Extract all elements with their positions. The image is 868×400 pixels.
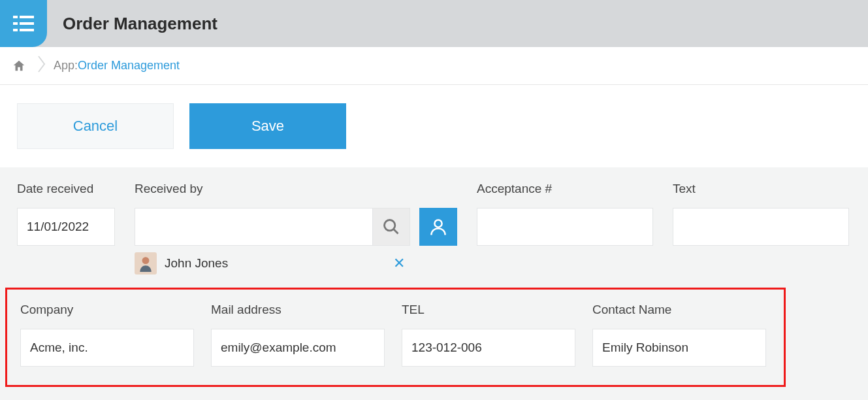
input-text[interactable] <box>673 208 849 246</box>
breadcrumb: App: Order Management <box>0 47 868 85</box>
svg-point-9 <box>142 257 150 264</box>
label-company: Company <box>20 303 194 317</box>
selected-user-chip: John Jones ✕ <box>135 252 410 275</box>
home-icon[interactable] <box>12 59 26 73</box>
search-icon <box>382 218 400 236</box>
svg-rect-5 <box>20 29 34 31</box>
field-received-by: Received by John Jones <box>135 182 457 275</box>
label-text: Text <box>673 182 849 196</box>
breadcrumb-app-label: App: <box>54 59 78 73</box>
person-icon <box>428 217 448 237</box>
page-title: Order Management <box>63 14 217 34</box>
svg-rect-1 <box>20 16 34 18</box>
label-received-by: Received by <box>135 182 457 196</box>
label-mail: Mail address <box>211 303 385 317</box>
selected-user-name: John Jones <box>165 256 228 271</box>
label-tel: TEL <box>402 303 575 317</box>
svg-rect-4 <box>13 29 18 31</box>
field-tel: TEL <box>402 303 575 367</box>
svg-point-8 <box>434 220 442 227</box>
svg-rect-0 <box>13 16 18 18</box>
input-company[interactable] <box>20 329 194 367</box>
field-date-received: Date received <box>17 182 115 275</box>
field-company: Company <box>20 303 194 367</box>
label-date-received: Date received <box>17 182 115 196</box>
remove-user-icon[interactable]: ✕ <box>388 255 410 272</box>
input-tel[interactable] <box>402 329 575 367</box>
toolbar: Cancel Save <box>0 85 868 167</box>
field-mail: Mail address <box>211 303 385 367</box>
highlight-box: Company Mail address TEL Contact Name <box>5 288 786 387</box>
input-date-received[interactable] <box>17 208 115 246</box>
chevron-right-icon <box>38 55 46 76</box>
svg-rect-3 <box>20 22 34 25</box>
field-contact: Contact Name <box>592 303 766 367</box>
label-acceptance: Acceptance # <box>477 182 653 196</box>
app-icon <box>0 0 47 47</box>
input-mail[interactable] <box>211 329 385 367</box>
field-acceptance: Acceptance # <box>477 182 653 275</box>
breadcrumb-app-link[interactable]: Order Management <box>78 59 180 73</box>
org-member-button[interactable] <box>419 208 457 246</box>
save-button[interactable]: Save <box>189 103 346 149</box>
cancel-button[interactable]: Cancel <box>17 103 174 149</box>
search-button[interactable] <box>372 208 410 246</box>
avatar <box>135 252 157 275</box>
svg-rect-2 <box>13 22 18 25</box>
field-text: Text <box>673 182 849 275</box>
form-area: Date received Received by <box>0 167 868 400</box>
app-header: Order Management <box>0 0 868 47</box>
label-contact: Contact Name <box>592 303 766 317</box>
input-contact[interactable] <box>592 329 766 367</box>
svg-line-7 <box>394 229 398 234</box>
input-acceptance[interactable] <box>477 208 653 246</box>
list-icon <box>10 10 37 37</box>
input-received-by[interactable] <box>135 208 372 246</box>
svg-point-6 <box>385 220 395 231</box>
